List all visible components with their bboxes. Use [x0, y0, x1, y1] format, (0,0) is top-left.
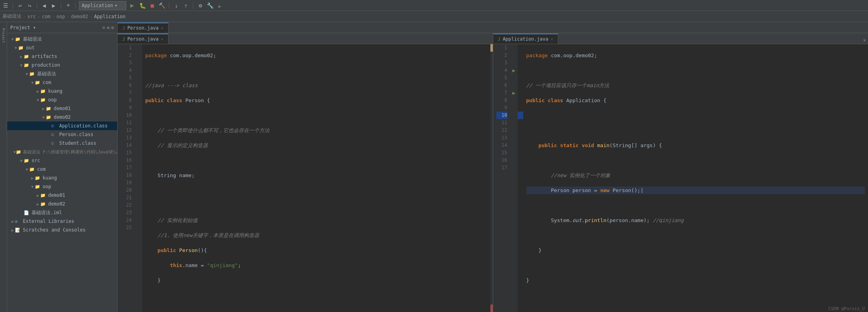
tree-src-folder[interactable]: ▼ 📁 src: [7, 156, 117, 165]
toolbar-sep-4: [75, 2, 76, 9]
tree-oop-folder[interactable]: ▼ 📁 oop: [7, 95, 117, 104]
tab-person-java[interactable]: J Person.java ×: [118, 22, 168, 33]
tree-label: oop: [48, 97, 57, 103]
breadcrumb-sep-3: ›: [52, 14, 55, 19]
breadcrumb-sep-5: ›: [90, 14, 92, 19]
forward-icon[interactable]: ▶: [50, 2, 58, 9]
app-margin: [518, 44, 523, 312]
menu-icon[interactable]: ☰: [2, 2, 9, 9]
git-update-icon[interactable]: ⇣: [172, 2, 180, 9]
breadcrumb-base[interactable]: 基础语法: [2, 13, 21, 20]
tab-app-close[interactable]: ×: [551, 37, 553, 41]
sidebar-collapse-icon[interactable]: ≡: [107, 25, 110, 30]
bookmark-icon[interactable]: ⌖: [64, 2, 72, 9]
editor-tabs: J Person.java ×: [118, 22, 868, 33]
tree-kuang-folder-2[interactable]: ▶ 📁 kuang: [7, 174, 117, 182]
settings-icon[interactable]: ⚙: [196, 2, 204, 9]
toolbar-sep-1: [13, 2, 13, 9]
sdk-icon[interactable]: ☕: [215, 2, 223, 9]
tree-label: External Libraries: [23, 219, 74, 224]
tab-label: Person.java: [127, 36, 159, 42]
tree-arrow: ▼: [41, 115, 46, 120]
sidebar-sync-icon[interactable]: ⊙: [102, 25, 105, 30]
folder-icon: 📁: [46, 106, 52, 111]
tree-label: Person.class: [59, 132, 94, 137]
tree-label: demo02: [48, 201, 65, 207]
sidebar-settings-icon[interactable]: ⚙: [111, 25, 114, 30]
tab-person-java-label: Person.java: [127, 25, 159, 31]
tree-arrow: ▼: [13, 46, 18, 50]
project-tab-button[interactable]: Project: [0, 24, 7, 47]
tab-application-java[interactable]: J Application.java ×: [493, 34, 558, 44]
editor-pane-application: J Application.java × × 123 456 789 10 11…: [493, 33, 868, 312]
tree-base-module[interactable]: ▼ 📁 基础语法 F:\班级管理\网课班\代码\JavaSE\基础语法: [7, 148, 117, 156]
back-icon[interactable]: ◀: [40, 2, 48, 9]
tree-label: 基础语法 F:\班级管理\网课班\代码\JavaSE\基础语法: [23, 149, 117, 155]
build-button[interactable]: 🔨: [158, 2, 166, 9]
stop-button[interactable]: ■: [148, 2, 156, 9]
tree-iml-file[interactable]: 📄 基础语法.iml: [7, 208, 117, 217]
tree-arrow: ▼: [24, 167, 29, 172]
watermark-text: CSDN @Purvis_U: [828, 306, 865, 311]
tree-jichuyyufa-sub[interactable]: ▼ 📁 基础语法: [7, 69, 117, 78]
tree-demo01-folder-2[interactable]: ▶ 📁 demo01: [7, 191, 117, 200]
person-line-numbers: 123 456 789 101112 131415 161718 192021 …: [118, 44, 135, 312]
breadcrumb-oop[interactable]: oop: [56, 14, 65, 19]
tree-com-folder-2[interactable]: ▼ 📁 com: [7, 165, 117, 174]
close-pane-button[interactable]: ×: [861, 37, 868, 44]
tab-close[interactable]: ×: [161, 37, 163, 41]
breadcrumb-demo02[interactable]: demo02: [71, 14, 88, 19]
breadcrumb-sep-1: ›: [23, 14, 26, 19]
breadcrumb-sep-4: ›: [67, 14, 69, 19]
tree-label: 基础语法.iml: [32, 209, 62, 216]
tree-arrow: ▼: [10, 37, 15, 41]
tree-application-class[interactable]: © Application.class: [7, 121, 117, 130]
tree-production-folder[interactable]: ▼ 📁 production: [7, 61, 117, 69]
tree-label: Student.class: [59, 140, 96, 146]
tree-root-jichuyyufa[interactable]: ▼ 📁 基础语法: [7, 35, 117, 43]
module-icon: 📁: [16, 149, 21, 155]
tree-external-libraries[interactable]: ▶ ⊞ External Libraries: [7, 217, 117, 226]
run-button[interactable]: ▶: [128, 1, 137, 10]
sidebar-header: Project ▾ ⊙ ≡ ⚙: [7, 22, 117, 33]
tree-arrow: ▼: [36, 98, 40, 102]
tree-student-class[interactable]: © Student.class: [7, 139, 117, 148]
tools-icon[interactable]: 🔧: [206, 2, 214, 9]
tree-demo02-folder-2[interactable]: ▶ 📁 demo02: [7, 200, 117, 208]
tree-arrow: ▼: [19, 159, 24, 163]
run-config-dropdown[interactable]: Application ▾: [79, 1, 126, 10]
person-code-area[interactable]: 123 456 789 101112 131415 161718 192021 …: [118, 44, 493, 312]
tree-arrow: ▶: [19, 54, 24, 59]
breadcrumb-src[interactable]: src: [27, 14, 36, 19]
tab-person-java-2[interactable]: J Person.java ×: [118, 34, 168, 44]
tree-demo02-folder[interactable]: ▼ 📁 demo02: [7, 113, 117, 121]
sidebar: Project ▾ ⊙ ≡ ⚙ ▼ 📁 基础语法 ▼ 📁 out ▶ 📁: [7, 22, 118, 312]
tree-oop-folder-2[interactable]: ▼ 📁 oop: [7, 182, 117, 191]
tree-out-folder[interactable]: ▼ 📁 out: [7, 43, 117, 52]
person-code-content: package com.oop.demo02; //java ---> clas…: [142, 44, 490, 312]
breadcrumb-com[interactable]: com: [42, 14, 51, 19]
tab-person-java-close[interactable]: ×: [161, 26, 163, 30]
tree-artifacts-folder[interactable]: ▶ 📁 artifacts: [7, 52, 117, 61]
app-line-numbers: 123 456 789 10 111213 141516 17: [493, 44, 511, 312]
git-push-icon[interactable]: ⇡: [182, 2, 190, 9]
tree-label: demo02: [54, 114, 71, 120]
folder-icon: 📁: [24, 54, 30, 59]
redo-icon[interactable]: ↪: [26, 2, 34, 9]
debug-button[interactable]: 🐛: [138, 1, 147, 10]
undo-icon[interactable]: ↩: [16, 2, 24, 9]
tree-demo01-folder[interactable]: ▶ 📁 demo01: [7, 104, 117, 113]
tree-label: src: [32, 158, 40, 163]
tree-com-folder[interactable]: ▼ 📁 com: [7, 78, 117, 87]
folder-icon: 📁: [40, 193, 47, 198]
application-code-area[interactable]: 123 456 789 10 111213 141516 17 ▶ ▶: [493, 44, 868, 312]
toolbar-sep-5: [169, 2, 169, 9]
tree-label: oop: [43, 184, 51, 189]
tree-label: 基础语法: [23, 36, 42, 43]
tab-person-java-icon: J: [122, 26, 125, 31]
tree-person-class[interactable]: © Person.class: [7, 130, 117, 139]
tree-scratches[interactable]: ▶ 📝 Scratches and Consoles: [7, 226, 117, 234]
side-panel-tab: Project: [0, 22, 7, 312]
breadcrumb-application[interactable]: Application: [94, 14, 125, 19]
tree-kuang-folder[interactable]: ▶ 📁 kuang: [7, 87, 117, 95]
